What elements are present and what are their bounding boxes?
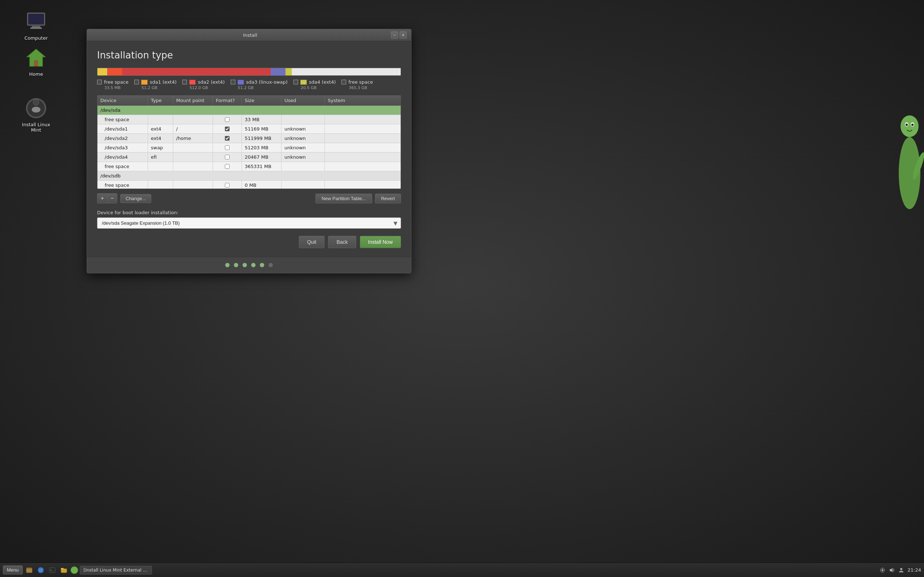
volume-icon[interactable] (888, 567, 895, 574)
table-row-free1[interactable]: free space 33 MB (97, 115, 401, 124)
checkbox-free2[interactable] (225, 164, 229, 169)
network-icon[interactable] (879, 567, 886, 574)
taskbar-icon-browser[interactable] (36, 565, 46, 575)
legend-checkbox-free1[interactable] (97, 80, 102, 84)
th-type: Type (148, 95, 173, 105)
th-size: Size (242, 95, 281, 105)
svg-point-28 (71, 567, 78, 574)
table-body[interactable]: /dev/sda free space 33 MB /dev/sd (97, 106, 401, 189)
new-partition-table-button[interactable]: New Partition Table... (315, 193, 372, 203)
td-free-sdb-device: free space (97, 181, 148, 189)
mint-icon-img (24, 97, 48, 120)
legend-sda4: sda4 (ext4) 20.5 GB (294, 79, 336, 90)
th-format: Format? (213, 95, 242, 105)
svg-rect-3 (32, 26, 40, 27)
add-partition-button[interactable]: + (97, 193, 107, 203)
td-sda3-type: swap (148, 143, 173, 152)
checkbox-sda2[interactable] (225, 136, 229, 141)
legend-checkbox-sda3[interactable] (231, 80, 235, 84)
td-free2-type (148, 162, 173, 171)
td-free-sdb-type (148, 181, 173, 189)
legend-checkbox-sda1[interactable] (134, 80, 139, 84)
checkbox-free1[interactable] (225, 117, 229, 122)
td-sda1-format[interactable] (213, 124, 242, 134)
user-icon[interactable] (898, 567, 905, 574)
checkbox-sda3[interactable] (225, 145, 229, 150)
pbar-sda2 (122, 68, 271, 76)
legend-checkbox-free2[interactable] (341, 80, 346, 84)
computer-icon-img (24, 10, 48, 33)
table-row-sda-header[interactable]: /dev/sda (97, 106, 401, 115)
table-row-sda1[interactable]: /dev/sda1 ext4 / 51169 MB unknown (97, 124, 401, 134)
svg-point-9 (32, 107, 40, 113)
td-sda3-mount (173, 143, 213, 152)
desktop-icon-home[interactable]: Home (18, 43, 54, 80)
legend-label-free2: free space (348, 79, 373, 85)
install-now-button[interactable]: Install Now (360, 236, 401, 248)
td-sda2-device: /dev/sda2 (97, 134, 148, 143)
td-free2-used (281, 162, 325, 171)
td-sda4-format[interactable] (213, 153, 242, 161)
taskbar-install-task[interactable]: [Install Linux Mint External Hard Drive … (80, 566, 152, 574)
td-free2-format[interactable] (213, 162, 242, 171)
svg-rect-4 (30, 27, 42, 29)
legend-sda1: sda1 (ext4) 51.2 GB (134, 79, 176, 90)
svg-point-12 (901, 115, 919, 137)
td-sda3-format[interactable] (213, 143, 242, 152)
home-icon-label: Home (29, 71, 43, 77)
mascot (895, 72, 924, 216)
legend-checkbox-sda4[interactable] (294, 80, 298, 84)
taskbar-menu-button[interactable]: Menu (3, 566, 23, 574)
td-free-sdb-format[interactable] (213, 181, 242, 189)
table-row-free2[interactable]: free space 365331 MB (97, 162, 401, 171)
svg-rect-2 (28, 14, 44, 24)
checkbox-sda1[interactable] (225, 127, 229, 131)
checkbox-sda4[interactable] (225, 155, 229, 160)
checkbox-free-sdb[interactable] (225, 183, 229, 187)
legend-label-sda2: sda2 (ext4) (198, 79, 225, 85)
remove-partition-button[interactable]: − (107, 193, 117, 203)
table-row-sda4[interactable]: /dev/sda4 efi 20467 MB unknown (97, 153, 401, 162)
partition-bar-container: free space 33.5 MB sda1 (ext4) 51.2 GB (97, 68, 401, 90)
taskbar-icon-folder[interactable] (59, 565, 69, 575)
td-sda2-format[interactable] (213, 134, 242, 143)
td-sda1-mount: / (173, 124, 213, 134)
table-row-free-sdb[interactable]: free space 0 MB (97, 181, 401, 189)
revert-button[interactable]: Revert (375, 193, 401, 203)
td-sda3-used: unknown (281, 143, 325, 152)
desktop-icon-mint[interactable]: Install Linux Mint (18, 94, 54, 135)
table-row-sda2[interactable]: /dev/sda2 ext4 /home 511999 MB unknown (97, 134, 401, 143)
change-partition-button[interactable]: Change... (120, 194, 151, 203)
td-free-sdb-mount (173, 181, 213, 189)
svg-point-10 (33, 100, 39, 105)
td-free1-used (281, 115, 325, 124)
td-sda2-used: unknown (281, 134, 325, 143)
td-sda2-mount: /home (173, 134, 213, 143)
bootloader-select[interactable]: /dev/sda Seagate Expansion (1.0 TB) (97, 218, 401, 229)
partition-bar (97, 68, 401, 76)
td-sda2-size: 511999 MB (242, 134, 281, 143)
quit-button[interactable]: Quit (299, 236, 325, 248)
pbar-sda4 (286, 68, 292, 76)
td-free1-system (325, 115, 401, 124)
legend-checkbox-sda2[interactable] (182, 80, 187, 84)
table-row-sda3[interactable]: /dev/sda3 swap 51203 MB unknown (97, 143, 401, 153)
td-free1-format[interactable] (213, 115, 242, 124)
taskbar-icon-terminal[interactable]: >_ (47, 565, 57, 575)
minimize-button[interactable]: − (391, 31, 398, 39)
svg-point-31 (900, 568, 902, 570)
taskbar-icon-files[interactable] (24, 565, 34, 575)
taskbar-install-icon[interactable] (70, 566, 78, 574)
close-button[interactable]: ✕ (399, 31, 407, 39)
dot-5 (260, 263, 264, 267)
table-row-sdb-header[interactable]: /dev/sdb (97, 171, 401, 181)
taskbar-right: 21:24 (879, 567, 921, 574)
td-sda1-type: ext4 (148, 124, 173, 134)
legend-size-free2: 365.3 GB (341, 85, 367, 90)
back-button[interactable]: Back (328, 236, 356, 248)
td-sda2-system (325, 134, 401, 143)
legend-label-sda4: sda4 (ext4) (309, 79, 336, 85)
desktop-icon-computer[interactable]: Computer (18, 7, 54, 44)
td-sda4-system (325, 153, 401, 161)
table-header: Device Type Mount point Format? Size Use… (97, 95, 401, 106)
